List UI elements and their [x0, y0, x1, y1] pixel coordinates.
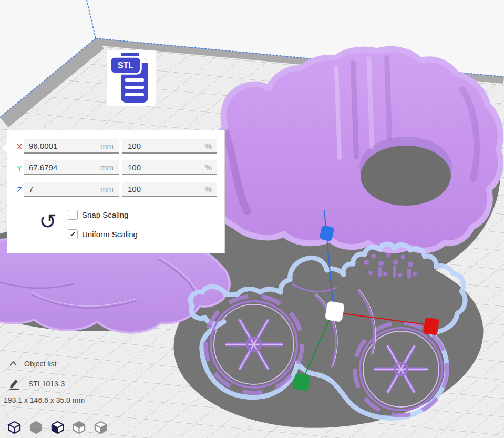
- view-left-icon[interactable]: [72, 420, 86, 434]
- selection-dimensions: 193.1 x 146.6 x 35.0 mm: [4, 396, 85, 404]
- axis-label-x: X: [15, 139, 24, 155]
- panel-caret: [2, 142, 7, 154]
- stl-file-card: STL: [107, 50, 156, 106]
- x-percent-input[interactable]: 100 %: [122, 139, 217, 154]
- z-percent-unit: %: [205, 185, 212, 193]
- checkmark-icon: ✔: [70, 230, 76, 238]
- z-percent-input[interactable]: 100 %: [122, 182, 217, 197]
- slicer-viewport: STL X 96.0001 mm 100 % Y 67.6794 mm 100: [0, 0, 504, 438]
- object-item-name: STL1013-3: [28, 380, 65, 388]
- x-scale-handle[interactable]: [423, 317, 439, 335]
- view-3d-icon[interactable]: [7, 420, 22, 434]
- y-mm-input[interactable]: 67.6794 mm: [24, 160, 119, 175]
- scale-row-z: Z 7 mm 100 %: [7, 182, 224, 198]
- y-scale-handle[interactable]: [293, 373, 311, 392]
- z-mm-input[interactable]: 7 mm: [24, 182, 119, 197]
- uniform-scaling-label: Uniform Scaling: [82, 229, 138, 239]
- z-mm-unit: mm: [100, 185, 114, 193]
- z-mm-value: 7: [29, 185, 33, 193]
- x-mm-unit: mm: [100, 141, 114, 150]
- y-mm-value: 67.6794: [29, 163, 57, 172]
- reset-scale-button[interactable]: ↺: [35, 207, 61, 236]
- object-list-title: Object list: [24, 360, 56, 368]
- center-scale-handle[interactable]: [325, 301, 345, 322]
- stl-badge-label: STL: [118, 61, 133, 70]
- snap-scaling-label: Snap Scaling: [82, 210, 128, 220]
- reset-icon: ↺: [39, 209, 57, 233]
- x-mm-input[interactable]: 96.0001 mm: [24, 139, 119, 154]
- y-percent-value: 100: [128, 163, 141, 172]
- chevron-up-icon: [9, 361, 17, 366]
- scale-tool-panel: X 96.0001 mm 100 % Y 67.6794 mm 100 % Z: [7, 130, 225, 253]
- scale-row-x: X 96.0001 mm 100 %: [7, 139, 224, 155]
- x-mm-value: 96.0001: [29, 141, 57, 150]
- x-percent-unit: %: [205, 141, 212, 150]
- snap-scaling-checkbox[interactable]: [68, 210, 78, 220]
- axis-label-z: Z: [15, 182, 24, 198]
- cutter-hole: [361, 146, 451, 206]
- axis-label-y: Y: [15, 160, 24, 176]
- view-front-icon[interactable]: [29, 420, 43, 434]
- y-mm-unit: mm: [100, 163, 114, 172]
- stl-file-icon: STL: [107, 50, 156, 106]
- x-percent-value: 100: [128, 141, 141, 150]
- y-percent-input[interactable]: 100 %: [122, 160, 217, 175]
- view-top-icon[interactable]: [50, 420, 65, 434]
- z-percent-value: 100: [128, 185, 141, 193]
- camera-view-toolbar: [7, 420, 108, 434]
- uniform-scaling-checkbox[interactable]: ✔: [68, 229, 78, 239]
- rename-pencil-icon: [8, 378, 21, 390]
- y-percent-unit: %: [205, 163, 212, 172]
- view-right-icon[interactable]: [94, 420, 108, 434]
- scale-row-y: Y 67.6794 mm 100 %: [7, 160, 224, 176]
